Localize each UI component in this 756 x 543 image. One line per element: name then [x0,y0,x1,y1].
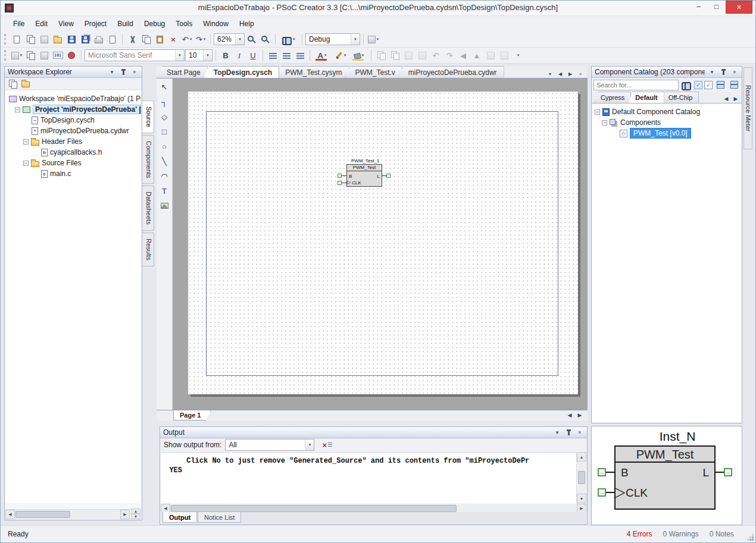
toolbar-grip[interactable] [4,50,7,61]
scrollbar-thumb[interactable] [15,511,70,518]
paste-button[interactable] [153,33,166,46]
flip-vertical-button[interactable]: ▲ [470,49,483,62]
wire-label-button[interactable] [38,49,51,62]
tree-item-main-c[interactable]: main.c [5,168,141,179]
debug-target-combobox[interactable]: Debug ▾ [305,33,360,45]
tree-item-header-files[interactable]: − Header Files [5,136,141,147]
workspace-horizontal-scrollbar[interactable]: ◀ ▶ [5,509,130,519]
tab-default[interactable]: Default [629,92,664,103]
add-item-button[interactable] [38,33,51,46]
wire-tool-button[interactable]: ┐ [158,96,170,107]
tab-cypress[interactable]: Cypress [594,92,631,103]
tab-topdesign[interactable]: TopDesign.cysch [204,66,279,78]
toolbar-options-button[interactable]: ▾ [367,33,380,46]
bring-front-button[interactable] [402,49,415,62]
menu-build[interactable]: Build [112,17,139,30]
toolbar-options-button[interactable]: ▾ [511,49,524,62]
terminal-button[interactable] [51,49,64,62]
send-back-button[interactable] [416,49,429,62]
tab-source[interactable]: Source [142,101,154,133]
workspace-vertical-scroll-buttons[interactable]: ▲ ▼ [131,509,141,519]
ellipse-tool-button[interactable]: ○ [158,141,170,152]
group-button[interactable] [374,49,388,62]
menu-edit[interactable]: Edit [30,17,53,30]
font-size-combobox[interactable]: 10 ▾ [185,49,213,61]
toolbar-grip[interactable] [4,34,7,45]
pin-button[interactable] [119,68,127,76]
panel-menu-button[interactable]: ▾ [708,68,716,76]
tree-item-project[interactable]: − Project 'miProyectoDePrueba' [C [5,104,141,115]
page-next-button[interactable]: ▶ [576,411,584,419]
panel-close-button[interactable]: × [576,428,584,437]
new-project-button[interactable] [24,33,37,46]
scroll-left-button[interactable]: ◀ [5,510,15,519]
menu-window[interactable]: Window [198,17,234,30]
menu-project[interactable]: Project [79,17,112,30]
tab-list-button[interactable]: ▾ [546,70,554,78]
line-color-button[interactable]: ▾ [332,49,349,62]
underline-button[interactable]: U [246,49,260,62]
scroll-tabs-right-button[interactable]: ▶ [566,70,574,78]
tab-off-chip[interactable]: Off-Chip [662,92,699,103]
undo-button[interactable]: ↶▾ [180,33,193,46]
close-document-button[interactable]: × [576,70,585,78]
filter-toggle-button[interactable]: ✓ [694,81,702,89]
align-right-button[interactable] [293,49,307,62]
menu-debug[interactable]: Debug [139,17,170,30]
tab-page-1[interactable]: Page 1 [173,410,211,420]
image-tool-button[interactable] [158,200,170,211]
minimize-button[interactable]: – [690,1,707,12]
scroll-tabs-right-button[interactable]: ▶ [732,95,740,103]
expander-icon[interactable]: − [602,120,607,125]
tree-item-source-files[interactable]: − Source Files [5,158,141,168]
line-tool-button[interactable]: ╲ [158,156,170,167]
tab-pwm-test-cysym[interactable]: PWM_Test.cysym [275,66,349,78]
zoom-out-button[interactable] [259,33,272,46]
align-center-button[interactable] [280,49,293,62]
new-file-button[interactable] [10,33,23,46]
print-preview-button[interactable] [106,33,119,46]
panel-menu-button[interactable]: ▾ [553,428,561,437]
panel-menu-button[interactable]: ▾ [108,68,116,76]
snap-button[interactable] [24,49,37,62]
arc-tool-button[interactable]: ◠ [158,171,170,181]
status-notes[interactable]: 0 Notes [710,530,734,538]
delete-button[interactable]: × [167,33,180,46]
align-objects-button[interactable] [484,49,497,62]
show-all-files-button[interactable] [20,79,31,89]
tab-results[interactable]: Results [142,233,154,266]
close-button[interactable]: × [726,1,752,14]
tree-item-components[interactable]: − Components [592,117,741,128]
status-errors[interactable]: 4 Errors [627,530,652,538]
rotate-right-button[interactable]: ↷ [443,49,456,62]
grid-button[interactable]: ▾ [10,49,23,62]
expander-icon[interactable]: − [23,139,29,145]
tab-components[interactable]: Components [142,135,154,184]
flip-horizontal-button[interactable]: ◀ [457,49,470,62]
scroll-up-button[interactable]: ▲ [131,509,140,514]
scrollbar-thumb[interactable] [171,505,457,512]
scroll-tabs-left-button[interactable]: ◀ [556,70,564,78]
zoom-combobox[interactable]: 62% ▾ [214,33,245,45]
import-component-button[interactable] [714,79,726,91]
ungroup-button[interactable] [388,49,401,62]
scroll-up-button[interactable]: ▲ [577,452,586,462]
schematic-page[interactable]: PWM_Test_1 PWM_Test B L ▷ CLK [188,92,578,394]
component-body[interactable]: PWM_Test B L ▷ CLK [346,164,382,187]
italic-button[interactable]: I [233,49,246,62]
distribute-button[interactable] [498,49,511,62]
tree-item-default-catalog[interactable]: − Default Component Catalog [592,106,741,117]
text-color-button[interactable]: A▾ [313,49,331,62]
tab-resource-meter[interactable]: Resource Meter [743,67,752,149]
cut-button[interactable] [126,33,139,46]
tree-item-pwm-test[interactable]: ◇ PWM_Test [v0.0] [592,128,741,139]
tree-item-cydwr[interactable]: miProyectoDePrueba.cydwr [5,125,141,136]
scroll-down-button[interactable]: ▼ [131,514,140,519]
menu-view[interactable]: View [53,17,79,30]
pwm-test-component[interactable]: PWM_Test_1 PWM_Test B L ▷ CLK [342,158,419,200]
expander-icon[interactable]: − [595,109,600,115]
tab-notice-list[interactable]: Notice List [198,512,241,523]
status-warnings[interactable]: 0 Warnings [663,530,698,538]
search-input[interactable] [593,80,679,90]
fill-color-button[interactable]: ▾ [350,49,368,62]
